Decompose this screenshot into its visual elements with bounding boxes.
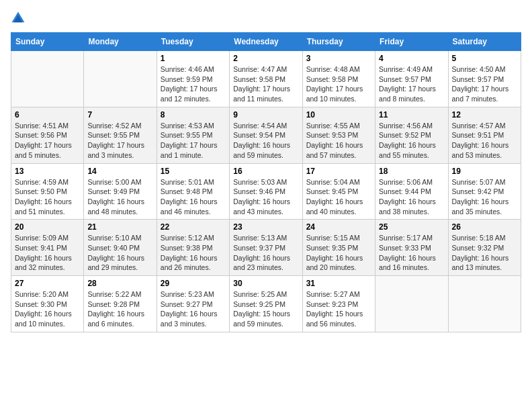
day-number: 27: [15, 279, 80, 288]
day-detail: Sunrise: 4:57 AM Sunset: 9:51 PM Dayligh…: [452, 121, 517, 161]
day-detail: Sunrise: 4:49 AM Sunset: 9:57 PM Dayligh…: [379, 64, 444, 104]
day-detail: Sunrise: 4:46 AM Sunset: 9:59 PM Dayligh…: [161, 64, 226, 104]
day-detail: Sunrise: 4:59 AM Sunset: 9:50 PM Dayligh…: [15, 177, 80, 217]
calendar-cell: [375, 276, 448, 332]
day-detail: Sunrise: 4:47 AM Sunset: 9:58 PM Dayligh…: [233, 64, 298, 104]
day-number: 19: [452, 167, 517, 176]
day-detail: Sunrise: 5:15 AM Sunset: 9:35 PM Dayligh…: [306, 233, 371, 273]
calendar-cell: 26Sunrise: 5:18 AM Sunset: 9:32 PM Dayli…: [448, 220, 521, 276]
calendar-cell: 14Sunrise: 5:00 AM Sunset: 9:49 PM Dayli…: [84, 163, 157, 220]
calendar-cell: 10Sunrise: 4:55 AM Sunset: 9:53 PM Dayli…: [302, 107, 375, 163]
day-number: 3: [306, 54, 371, 63]
day-detail: Sunrise: 5:17 AM Sunset: 9:33 PM Dayligh…: [379, 233, 444, 273]
calendar-cell: 30Sunrise: 5:25 AM Sunset: 9:25 PM Dayli…: [230, 276, 302, 332]
calendar-cell: 3Sunrise: 4:48 AM Sunset: 9:58 PM Daylig…: [302, 51, 375, 107]
weekday-header-wednesday: Wednesday: [230, 33, 302, 51]
day-number: 14: [87, 167, 152, 176]
day-detail: Sunrise: 5:03 AM Sunset: 9:46 PM Dayligh…: [233, 177, 298, 217]
day-number: 10: [306, 110, 371, 120]
calendar-cell: 1Sunrise: 4:46 AM Sunset: 9:59 PM Daylig…: [157, 51, 229, 107]
logo: [11, 11, 28, 26]
day-number: 12: [452, 110, 517, 120]
calendar-cell: 27Sunrise: 5:20 AM Sunset: 9:30 PM Dayli…: [11, 276, 84, 332]
calendar-cell: 7Sunrise: 4:52 AM Sunset: 9:55 PM Daylig…: [84, 107, 157, 163]
calendar-week-5: 27Sunrise: 5:20 AM Sunset: 9:30 PM Dayli…: [11, 276, 521, 332]
day-number: 31: [306, 279, 371, 288]
day-number: 22: [161, 222, 226, 232]
day-number: 9: [233, 110, 298, 120]
calendar-table: SundayMondayTuesdayWednesdayThursdayFrid…: [11, 32, 521, 332]
calendar-cell: 13Sunrise: 4:59 AM Sunset: 9:50 PM Dayli…: [11, 163, 84, 220]
calendar-cell: [448, 276, 521, 332]
day-number: 1: [161, 54, 226, 63]
day-detail: Sunrise: 5:06 AM Sunset: 9:44 PM Dayligh…: [379, 177, 444, 217]
calendar-week-2: 6Sunrise: 4:51 AM Sunset: 9:56 PM Daylig…: [11, 107, 521, 163]
page-header: [11, 11, 521, 26]
logo-icon: [11, 11, 26, 26]
weekday-header-saturday: Saturday: [448, 33, 521, 51]
calendar-cell: 24Sunrise: 5:15 AM Sunset: 9:35 PM Dayli…: [302, 220, 375, 276]
calendar-cell: 9Sunrise: 4:54 AM Sunset: 9:54 PM Daylig…: [230, 107, 302, 163]
day-number: 5: [452, 54, 517, 63]
calendar-cell: 19Sunrise: 5:07 AM Sunset: 9:42 PM Dayli…: [448, 163, 521, 220]
calendar-week-3: 13Sunrise: 4:59 AM Sunset: 9:50 PM Dayli…: [11, 163, 521, 220]
weekday-header-thursday: Thursday: [302, 33, 375, 51]
day-detail: Sunrise: 4:50 AM Sunset: 9:57 PM Dayligh…: [452, 64, 517, 104]
calendar-cell: 21Sunrise: 5:10 AM Sunset: 9:40 PM Dayli…: [84, 220, 157, 276]
day-number: 18: [379, 167, 444, 176]
day-detail: Sunrise: 4:55 AM Sunset: 9:53 PM Dayligh…: [306, 121, 371, 161]
day-number: 30: [233, 279, 298, 288]
day-number: 2: [233, 54, 298, 63]
day-detail: Sunrise: 4:51 AM Sunset: 9:56 PM Dayligh…: [15, 121, 80, 161]
calendar-cell: 31Sunrise: 5:27 AM Sunset: 9:23 PM Dayli…: [302, 276, 375, 332]
calendar-cell: 17Sunrise: 5:04 AM Sunset: 9:45 PM Dayli…: [302, 163, 375, 220]
calendar-cell: 22Sunrise: 5:12 AM Sunset: 9:38 PM Dayli…: [157, 220, 229, 276]
day-number: 15: [161, 167, 226, 176]
day-detail: Sunrise: 5:25 AM Sunset: 9:25 PM Dayligh…: [233, 289, 298, 329]
day-number: 17: [306, 167, 371, 176]
day-detail: Sunrise: 5:00 AM Sunset: 9:49 PM Dayligh…: [87, 177, 152, 217]
day-number: 16: [233, 167, 298, 176]
calendar-cell: 29Sunrise: 5:23 AM Sunset: 9:27 PM Dayli…: [157, 276, 229, 332]
day-number: 7: [87, 110, 152, 120]
calendar-cell: 16Sunrise: 5:03 AM Sunset: 9:46 PM Dayli…: [230, 163, 302, 220]
day-number: 11: [379, 110, 444, 120]
day-number: 23: [233, 222, 298, 232]
calendar-cell: [84, 51, 157, 107]
calendar-cell: 20Sunrise: 5:09 AM Sunset: 9:41 PM Dayli…: [11, 220, 84, 276]
calendar-cell: 4Sunrise: 4:49 AM Sunset: 9:57 PM Daylig…: [375, 51, 448, 107]
day-detail: Sunrise: 4:48 AM Sunset: 9:58 PM Dayligh…: [306, 64, 371, 104]
calendar-cell: 5Sunrise: 4:50 AM Sunset: 9:57 PM Daylig…: [448, 51, 521, 107]
day-detail: Sunrise: 5:13 AM Sunset: 9:37 PM Dayligh…: [233, 233, 298, 273]
day-detail: Sunrise: 5:07 AM Sunset: 9:42 PM Dayligh…: [452, 177, 517, 217]
day-number: 13: [15, 167, 80, 176]
day-number: 21: [87, 222, 152, 232]
day-detail: Sunrise: 4:54 AM Sunset: 9:54 PM Dayligh…: [233, 121, 298, 161]
calendar-header-row: SundayMondayTuesdayWednesdayThursdayFrid…: [11, 33, 521, 51]
day-detail: Sunrise: 4:52 AM Sunset: 9:55 PM Dayligh…: [87, 121, 152, 161]
weekday-header-tuesday: Tuesday: [157, 33, 229, 51]
day-number: 4: [379, 54, 444, 63]
day-detail: Sunrise: 5:23 AM Sunset: 9:27 PM Dayligh…: [161, 289, 226, 329]
day-detail: Sunrise: 4:53 AM Sunset: 9:55 PM Dayligh…: [161, 121, 226, 161]
weekday-header-friday: Friday: [375, 33, 448, 51]
calendar-cell: 18Sunrise: 5:06 AM Sunset: 9:44 PM Dayli…: [375, 163, 448, 220]
calendar-cell: 2Sunrise: 4:47 AM Sunset: 9:58 PM Daylig…: [230, 51, 302, 107]
day-detail: Sunrise: 5:27 AM Sunset: 9:23 PM Dayligh…: [306, 289, 371, 329]
calendar-cell: 25Sunrise: 5:17 AM Sunset: 9:33 PM Dayli…: [375, 220, 448, 276]
calendar-cell: 11Sunrise: 4:56 AM Sunset: 9:52 PM Dayli…: [375, 107, 448, 163]
day-detail: Sunrise: 5:20 AM Sunset: 9:30 PM Dayligh…: [15, 289, 80, 329]
day-number: 6: [15, 110, 80, 120]
calendar-week-1: 1Sunrise: 4:46 AM Sunset: 9:59 PM Daylig…: [11, 51, 521, 107]
day-number: 28: [87, 279, 152, 288]
day-number: 24: [306, 222, 371, 232]
calendar-week-4: 20Sunrise: 5:09 AM Sunset: 9:41 PM Dayli…: [11, 220, 521, 276]
calendar-cell: 23Sunrise: 5:13 AM Sunset: 9:37 PM Dayli…: [230, 220, 302, 276]
calendar-cell: 15Sunrise: 5:01 AM Sunset: 9:48 PM Dayli…: [157, 163, 229, 220]
weekday-header-sunday: Sunday: [11, 33, 84, 51]
weekday-header-monday: Monday: [84, 33, 157, 51]
calendar-cell: 8Sunrise: 4:53 AM Sunset: 9:55 PM Daylig…: [157, 107, 229, 163]
day-detail: Sunrise: 4:56 AM Sunset: 9:52 PM Dayligh…: [379, 121, 444, 161]
calendar-cell: 28Sunrise: 5:22 AM Sunset: 9:28 PM Dayli…: [84, 276, 157, 332]
day-detail: Sunrise: 5:18 AM Sunset: 9:32 PM Dayligh…: [452, 233, 517, 273]
